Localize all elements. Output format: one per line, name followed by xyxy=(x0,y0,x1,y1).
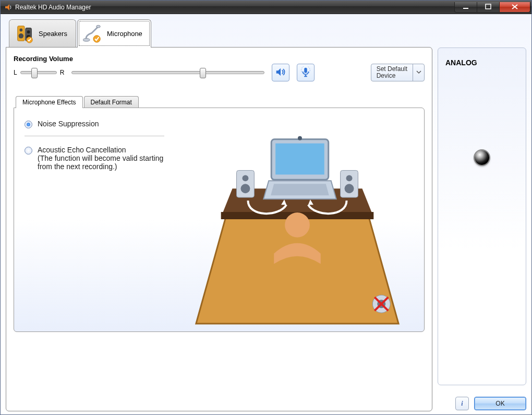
info-icon: i xyxy=(461,400,463,408)
main-column: Speakers Microphone xyxy=(6,19,432,411)
main-card: Recording Volume L R xyxy=(6,47,432,411)
ok-label: OK xyxy=(495,400,504,407)
mute-playback-button[interactable] xyxy=(272,64,289,81)
mute-record-button[interactable] xyxy=(297,64,315,81)
chevron-down-icon xyxy=(416,69,421,76)
svg-point-25 xyxy=(241,184,250,193)
svg-rect-12 xyxy=(305,67,308,73)
svg-point-6 xyxy=(27,30,30,33)
balance-L-label: L xyxy=(14,69,17,76)
tab-microphone-effects[interactable]: Microphone Effects xyxy=(16,96,83,108)
volume-slider[interactable] xyxy=(71,71,264,74)
tab-mic-effects-label: Microphone Effects xyxy=(22,99,76,106)
close-button[interactable] xyxy=(499,2,530,13)
speakers-icon xyxy=(15,24,34,44)
svg-marker-21 xyxy=(271,184,329,195)
svg-point-4 xyxy=(19,33,24,39)
svg-rect-19 xyxy=(275,144,324,175)
app-icon xyxy=(4,3,12,11)
ok-button[interactable]: OK xyxy=(474,397,526,410)
window-root: Realtek HD Audio Manager xyxy=(0,0,532,415)
svg-rect-0 xyxy=(463,8,468,9)
volume-thumb[interactable] xyxy=(200,68,206,78)
bottom-bar: i OK xyxy=(455,397,526,410)
speaker-sound-icon xyxy=(275,66,286,79)
set-default-device-button[interactable]: Set Default Device xyxy=(371,64,425,81)
svg-point-27 xyxy=(346,175,353,181)
svg-point-9 xyxy=(96,25,101,28)
analog-jack[interactable] xyxy=(475,150,489,165)
noise-suppression-option[interactable]: Noise Suppression xyxy=(25,120,164,128)
tab-speakers-label: Speakers xyxy=(39,30,67,38)
titlebar: Realtek HD Audio Manager xyxy=(1,1,531,14)
analog-panel: ANALOG xyxy=(438,48,526,385)
echo-cancellation-title: Acoustic Echo Cancellation xyxy=(38,146,126,154)
sub-tabs: Microphone Effects Default Format xyxy=(16,96,425,108)
recording-volume-title: Recording Volume xyxy=(14,55,425,63)
minimize-button[interactable] xyxy=(454,2,477,13)
tab-microphone-label: Microphone xyxy=(107,30,142,38)
set-default-label: Set Default Device xyxy=(371,66,413,79)
svg-point-28 xyxy=(345,184,354,193)
echo-cancellation-note: (The function will become valid starting… xyxy=(38,154,163,171)
balance-slider[interactable] xyxy=(20,71,57,74)
tab-default-format-label: Default Format xyxy=(91,99,132,106)
echo-cancellation-label: Acoustic Echo Cancellation (The function… xyxy=(38,146,164,171)
info-button[interactable]: i xyxy=(455,397,469,410)
analog-title: ANALOG xyxy=(445,58,477,67)
svg-point-22 xyxy=(298,136,302,140)
svg-point-10 xyxy=(83,38,90,41)
content-area: Speakers Microphone xyxy=(1,14,531,414)
maximize-button[interactable] xyxy=(477,2,500,13)
recording-volume-section: Recording Volume L R xyxy=(14,55,425,81)
svg-point-31 xyxy=(285,212,310,238)
balance-thumb[interactable] xyxy=(31,68,38,78)
tab-speakers[interactable]: Speakers xyxy=(9,19,76,48)
svg-rect-1 xyxy=(486,4,491,9)
echo-cancellation-option[interactable]: Acoustic Echo Cancellation (The function… xyxy=(25,146,164,171)
illustration xyxy=(171,108,424,331)
effects-options: Noise Suppression Acoustic Echo Cancella… xyxy=(14,108,171,331)
tab-microphone[interactable]: Microphone xyxy=(77,19,151,48)
window-buttons xyxy=(455,2,530,13)
svg-point-3 xyxy=(20,28,23,31)
effects-panel: Noise Suppression Acoustic Echo Cancella… xyxy=(14,108,425,332)
balance-control: L R xyxy=(14,69,64,76)
noise-suppression-label: Noise Suppression xyxy=(38,120,99,128)
tab-default-format[interactable]: Default Format xyxy=(84,96,139,108)
mic-record-icon xyxy=(300,66,311,79)
echo-cancellation-radio[interactable] xyxy=(25,147,32,155)
separator xyxy=(25,136,164,136)
svg-point-24 xyxy=(242,175,248,181)
set-default-dropdown[interactable] xyxy=(413,64,424,81)
noise-suppression-radio[interactable] xyxy=(25,121,32,128)
microphone-icon xyxy=(83,24,103,44)
device-tabs: Speakers Microphone xyxy=(9,19,432,48)
window-title: Realtek HD Audio Manager xyxy=(15,4,455,11)
balance-R-label: R xyxy=(60,69,65,76)
